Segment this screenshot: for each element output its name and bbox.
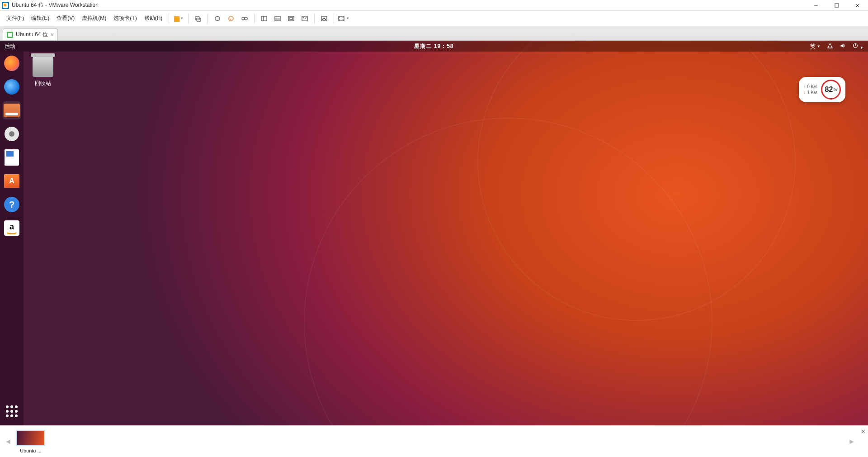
software-center-icon	[4, 174, 19, 188]
svg-point-5	[242, 17, 245, 20]
menu-help[interactable]: 帮助(H)	[141, 13, 166, 24]
toolbar-separator	[254, 14, 255, 24]
vm-thumbnail-image	[16, 430, 45, 446]
cpu-gauge: 82%	[821, 80, 841, 100]
view-stretch-button[interactable]	[285, 13, 297, 24]
dock-disks[interactable]	[3, 125, 21, 143]
show-applications-button[interactable]	[4, 404, 19, 419]
vm-tab-close-icon[interactable]: ×	[51, 32, 54, 38]
dock-thunderbird[interactable]	[3, 78, 21, 96]
dock-writer[interactable]	[3, 148, 21, 167]
system-monitor-widget[interactable]: 0 K/s 1 K/s 82%	[799, 77, 845, 102]
svg-point-17	[831, 47, 832, 48]
cpu-gauge-value: 82	[825, 86, 833, 94]
menu-tabs[interactable]: 选项卡(T)	[110, 13, 140, 24]
volume-icon[interactable]	[840, 43, 846, 50]
window-minimize-button[interactable]	[806, 0, 826, 11]
snapshot-take-button[interactable]	[212, 13, 223, 24]
files-icon	[4, 104, 20, 117]
net-upload-rate: 0 K/s	[803, 84, 817, 89]
help-icon: ?	[4, 197, 19, 212]
desktop-icons-area: 回收站	[33, 56, 53, 87]
power-menu-icon[interactable]: ▼	[852, 43, 863, 50]
menu-vm[interactable]: 虚拟机(M)	[78, 13, 110, 24]
view-split-bottom-button[interactable]	[272, 13, 283, 24]
svg-rect-9	[288, 16, 294, 21]
window-maximize-button[interactable]	[826, 0, 847, 11]
svg-rect-10	[290, 18, 292, 19]
view-split-left-button[interactable]	[258, 13, 270, 24]
vm-thumbnail-label: Ubuntu ...	[14, 448, 47, 453]
chevron-down-icon: ▼	[860, 46, 863, 50]
dock-amazon[interactable]: a	[3, 219, 21, 237]
ubuntu-wallpaper	[0, 41, 868, 425]
view-fullscreen-button[interactable]	[299, 13, 311, 24]
snapshot-revert-button[interactable]	[225, 13, 237, 24]
send-ctrl-alt-del-button[interactable]	[192, 13, 204, 24]
window-title: Ubuntu 64 位 - VMware Workstation	[12, 1, 99, 9]
pause-vm-button[interactable]: ▮▮▼	[173, 13, 184, 24]
snapshot-manager-button[interactable]	[239, 13, 250, 24]
enter-unity-button[interactable]: >_	[318, 13, 330, 24]
fullscreen-toggle-button[interactable]: ▼	[338, 13, 349, 24]
window-close-button[interactable]	[847, 0, 868, 11]
menu-edit[interactable]: 编辑(E)	[28, 13, 53, 24]
svg-rect-0	[835, 4, 839, 7]
thumb-scroll-left[interactable]: ◄	[5, 438, 12, 446]
dock-firefox[interactable]	[3, 54, 21, 72]
vm-tab-icon	[7, 32, 13, 38]
topbar-clock[interactable]: 星期二 19：58	[414, 43, 453, 50]
thumb-scroll-right[interactable]: ►	[848, 438, 855, 446]
svg-point-4	[229, 16, 233, 21]
svg-point-6	[245, 17, 247, 20]
toolbar-separator	[334, 14, 334, 24]
network-status-icon[interactable]	[827, 43, 833, 50]
trash-desktop-icon[interactable]: 回收站	[33, 56, 53, 87]
firefox-icon	[4, 56, 19, 71]
toolbar-separator	[314, 14, 315, 24]
menubar: 文件(F) 编辑(E) 查看(V) 虚拟机(M) 选项卡(T) 帮助(H) ▮▮…	[0, 11, 868, 26]
ubuntu-dock: ? a	[0, 52, 24, 425]
gnome-topbar: 活动 星期二 19：58 英 ▼ ▼	[0, 41, 868, 52]
vmware-app-icon	[2, 2, 9, 9]
toolbar-separator	[188, 14, 189, 24]
net-download-rate: 1 K/s	[803, 90, 817, 95]
amazon-icon: a	[4, 220, 19, 236]
cpu-gauge-unit: %	[833, 87, 837, 92]
menu-view[interactable]: 查看(V)	[53, 13, 78, 24]
vm-thumbnail[interactable]: Ubuntu ...	[14, 430, 47, 453]
toolbar-separator	[169, 14, 169, 24]
vm-tab-ubuntu[interactable]: Ubuntu 64 位 ×	[3, 29, 58, 40]
vm-thumbnail-bar: ◄ Ubuntu ... ► ×	[0, 425, 868, 457]
svg-point-15	[828, 47, 829, 48]
disks-icon	[5, 127, 19, 141]
input-language-indicator[interactable]: 英 ▼	[810, 43, 821, 50]
trash-label: 回收站	[33, 80, 53, 87]
vm-tabstrip: Ubuntu 64 位 ×	[0, 26, 868, 41]
dock-software[interactable]	[3, 172, 21, 190]
svg-rect-7	[261, 16, 267, 21]
input-language-label: 英	[810, 43, 816, 50]
menu-file[interactable]: 文件(F)	[3, 13, 28, 24]
toolbar-separator	[208, 14, 208, 24]
svg-text:>_: >_	[322, 17, 326, 21]
trash-icon	[33, 56, 53, 77]
thunderbird-icon	[4, 79, 19, 95]
dock-files[interactable]	[3, 101, 21, 119]
window-titlebar: Ubuntu 64 位 - VMware Workstation	[0, 0, 868, 11]
writer-icon	[5, 149, 19, 166]
svg-rect-11	[302, 16, 307, 21]
svg-point-16	[830, 47, 830, 48]
dock-help[interactable]: ?	[3, 195, 21, 214]
thumbnail-bar-close-button[interactable]: ×	[861, 428, 865, 436]
chevron-down-icon: ▼	[817, 44, 821, 48]
guest-display[interactable]: 活动 星期二 19：58 英 ▼ ▼ ? a	[0, 41, 868, 425]
activities-button[interactable]: 活动	[5, 43, 15, 50]
vm-tab-label: Ubuntu 64 位	[16, 31, 48, 38]
